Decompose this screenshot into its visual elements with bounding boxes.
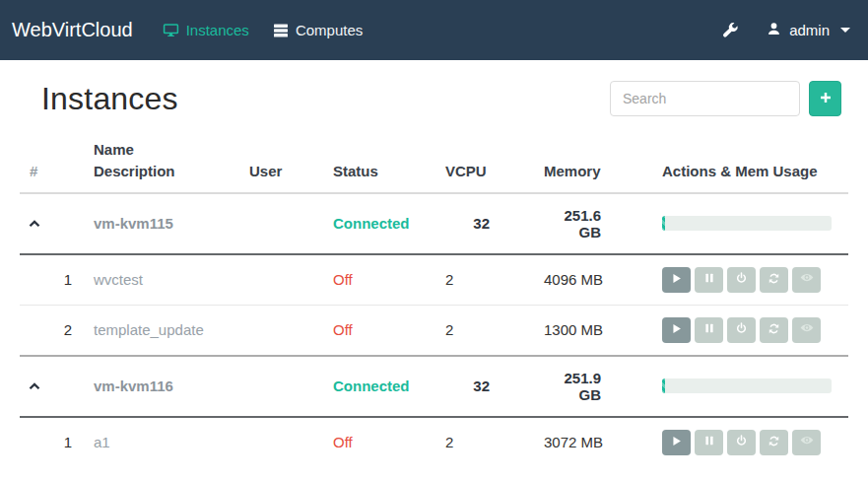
col-header-user: User (249, 139, 333, 193)
guest-name[interactable]: a1 (94, 434, 110, 450)
refresh-button[interactable] (760, 317, 788, 343)
mem-usage-fill (662, 216, 665, 231)
power-icon (735, 272, 748, 288)
col-header-actions: Actions & Mem Usage (662, 139, 848, 193)
host-row: vm-kvm115 Connected 32 251.6 GB (20, 193, 848, 254)
host-memory: 251.9 GB (544, 356, 662, 417)
guest-vcpu: 2 (445, 254, 544, 306)
guest-row: 1 a1 Off 2 3072 MB (20, 417, 848, 467)
pause-icon (703, 272, 715, 287)
power-icon (735, 322, 748, 338)
refresh-icon (768, 435, 780, 450)
host-row: vm-kvm116 Connected 32 251.9 GB (20, 356, 848, 417)
caret-down-icon (840, 28, 850, 33)
guest-name[interactable]: template_update (94, 321, 204, 338)
power-button[interactable] (727, 317, 756, 343)
brand-logo[interactable]: WebVirtCloud (12, 19, 133, 41)
guest-index: 2 (20, 305, 94, 356)
eye-button[interactable] (792, 267, 821, 293)
host-vcpu: 32 (445, 356, 544, 417)
col-header-vcpu: VCPU (445, 139, 544, 193)
col-header-name-description: Name Description (94, 139, 249, 193)
pause-button[interactable] (695, 430, 723, 455)
guest-vcpu: 2 (445, 417, 544, 467)
power-button[interactable] (727, 267, 756, 293)
nav-item-computes[interactable]: Computes (273, 22, 363, 38)
guest-index: 1 (20, 254, 94, 306)
col-header-number: # (20, 139, 94, 193)
eye-icon (800, 272, 814, 287)
pause-button[interactable] (695, 267, 723, 293)
refresh-button[interactable] (760, 267, 788, 293)
pause-button[interactable] (695, 317, 723, 343)
mem-usage-bar (662, 216, 832, 231)
refresh-icon (768, 322, 780, 338)
navbar-right: admin (722, 22, 850, 39)
col-header-status: Status (333, 139, 445, 193)
instances-table-body: vm-kvm115 Connected 32 251.6 GB 1 wvctes… (20, 193, 848, 467)
play-button[interactable] (662, 317, 691, 343)
server-icon (273, 23, 289, 38)
nav-item-instances[interactable]: Instances (163, 22, 249, 38)
chevron-up-icon[interactable] (28, 217, 41, 229)
user-menu[interactable]: admin (767, 22, 850, 39)
search-input[interactable] (610, 81, 800, 116)
guest-memory: 3072 MB (544, 417, 662, 467)
pause-icon (703, 435, 715, 449)
refresh-icon (768, 272, 780, 288)
instance-actions (662, 317, 848, 343)
pause-icon (703, 322, 715, 337)
guest-status: Off (333, 321, 353, 338)
desktop-icon (163, 23, 179, 38)
host-status: Connected (333, 378, 410, 394)
search-group (610, 81, 841, 116)
col-header-name: Name (94, 139, 249, 161)
user-name: admin (789, 22, 830, 38)
guest-memory: 4096 MB (544, 254, 662, 306)
play-button[interactable] (662, 267, 691, 293)
play-button[interactable] (662, 430, 691, 455)
eye-button[interactable] (792, 317, 821, 343)
host-vcpu: 32 (445, 193, 544, 254)
guest-row: 2 template_update Off 2 1300 MB (20, 305, 848, 356)
host-memory: 251.6 GB (544, 193, 662, 254)
wrench-icon[interactable] (722, 22, 739, 38)
play-icon (670, 272, 683, 288)
table-header: # Name Description User Status VCPU Memo… (20, 139, 848, 193)
add-instance-button[interactable] (809, 81, 841, 116)
host-status: Connected (333, 215, 410, 232)
guest-status: Off (333, 271, 353, 288)
host-user-cell (249, 193, 333, 254)
mem-usage-bar (662, 378, 832, 393)
guest-row: 1 wvctest Off 2 4096 MB (20, 254, 848, 306)
mem-usage-fill (662, 378, 665, 393)
col-header-memory: Memory (544, 139, 662, 193)
nav-item-label: Instances (186, 22, 249, 38)
eye-icon (800, 322, 814, 337)
host-user-cell (249, 356, 333, 417)
instances-table: # Name Description User Status VCPU Memo… (20, 139, 848, 467)
nav-item-label: Computes (296, 22, 363, 38)
play-icon (670, 435, 683, 450)
refresh-button[interactable] (760, 430, 788, 455)
play-icon (670, 322, 683, 338)
col-header-description: Description (94, 161, 249, 182)
power-button[interactable] (727, 430, 756, 455)
user-icon (767, 22, 781, 39)
guest-name[interactable]: wvctest (94, 271, 143, 288)
power-icon (735, 435, 748, 450)
guest-user-cell (249, 417, 333, 467)
eye-button[interactable] (792, 430, 821, 455)
instance-actions (662, 267, 848, 293)
host-name[interactable]: vm-kvm115 (94, 215, 173, 232)
instances-table-wrap: # Name Description User Status VCPU Memo… (0, 139, 868, 467)
guest-memory: 1300 MB (544, 305, 662, 356)
top-navbar: WebVirtCloud Instances Computes admin (0, 0, 868, 60)
guest-status: Off (333, 434, 353, 450)
chevron-up-icon[interactable] (28, 379, 41, 391)
guest-index: 1 (20, 417, 94, 467)
page-title: Instances (41, 81, 178, 117)
eye-icon (800, 435, 814, 449)
host-name[interactable]: vm-kvm116 (94, 378, 173, 394)
page-header: Instances (0, 60, 868, 117)
